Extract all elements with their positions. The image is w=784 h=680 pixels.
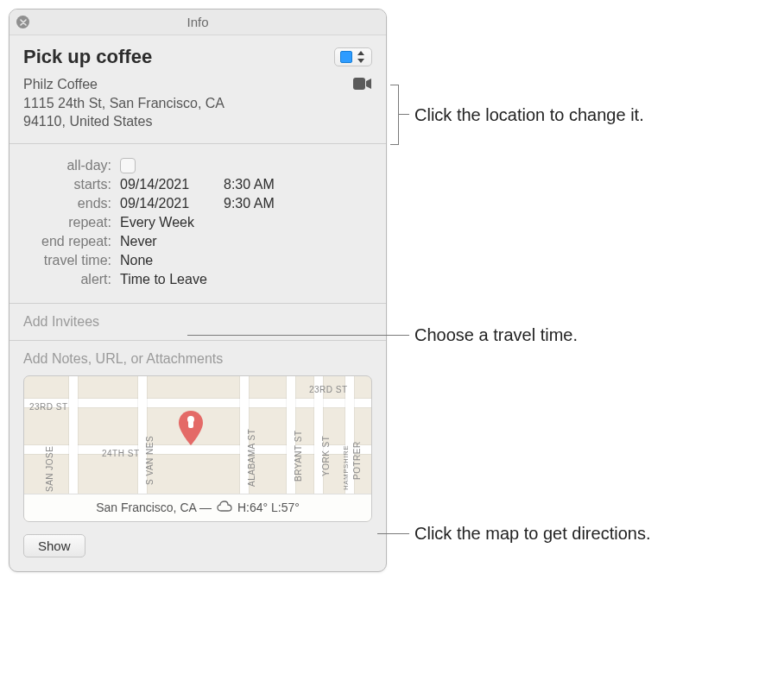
alert-value[interactable]: Time to Leave	[120, 272, 207, 287]
ends-time[interactable]: 9:30 AM	[224, 196, 301, 211]
map-weather: H:64° L:57°	[237, 501, 300, 514]
panel-footer: Show	[9, 522, 386, 571]
street-hampshire: HAMPSHIRE	[342, 445, 350, 490]
ends-label: ends:	[23, 196, 120, 211]
calendar-color-picker[interactable]	[334, 47, 372, 66]
show-button[interactable]: Show	[23, 534, 85, 557]
event-location[interactable]: Philz Coffee 1115 24th St, San Francisco…	[23, 75, 224, 131]
event-title[interactable]: Pick up coffee	[23, 46, 152, 68]
callout-line	[399, 114, 409, 115]
repeat-label: repeat:	[23, 215, 120, 230]
cloud-icon	[217, 501, 232, 515]
street-potrer: POTRER	[352, 441, 362, 480]
street-alabama: ALABAMA ST	[247, 429, 256, 487]
add-notes-field[interactable]: Add Notes, URL, or Attachments	[23, 351, 372, 367]
event-info-panel: Info Pick up coffee Philz Coffee 1115 24…	[9, 9, 387, 572]
repeat-value[interactable]: Every Week	[120, 215, 194, 230]
street-23rd-r: 23RD ST	[309, 385, 348, 394]
endrepeat-label: end repeat:	[23, 234, 120, 249]
location-address2: 94110, United States	[23, 112, 224, 131]
street-sanjose: SAN JOSE	[45, 445, 54, 491]
add-video-call-button[interactable]	[353, 77, 372, 131]
callout-travel: Choose a travel time.	[414, 325, 578, 345]
traveltime-label: travel time:	[23, 253, 120, 268]
map-area: 23RD ST 23RD ST 24TH ST S VAN NES ALABAM…	[24, 376, 371, 494]
alert-label: alert:	[23, 272, 120, 287]
starts-time[interactable]: 8:30 AM	[224, 177, 301, 192]
callout-location: Click the location to change it.	[414, 105, 644, 125]
map-pin-icon	[178, 411, 204, 447]
allday-checkbox[interactable]	[120, 158, 136, 173]
endrepeat-value[interactable]: Never	[120, 234, 157, 249]
location-address1: 1115 24th St, San Francisco, CA	[23, 94, 224, 113]
callout-line	[187, 335, 409, 336]
map-city: San Francisco, CA —	[96, 501, 212, 514]
svg-point-2	[187, 416, 194, 423]
street-24th: 24TH ST	[102, 449, 140, 458]
allday-label: all-day:	[23, 158, 120, 173]
event-header: Pick up coffee Philz Coffee 1115 24th St…	[9, 35, 386, 144]
window-title: Info	[187, 15, 208, 29]
location-name: Philz Coffee	[23, 75, 224, 94]
ends-date[interactable]: 09/14/2021	[120, 196, 224, 211]
video-camera-icon	[353, 77, 372, 91]
svg-rect-0	[353, 78, 365, 90]
notes-section: Add Notes, URL, or Attachments 23RD ST 2…	[9, 341, 386, 522]
callout-line	[377, 533, 409, 534]
stepper-icon	[357, 51, 366, 63]
street-vanness: S VAN NES	[145, 436, 155, 485]
starts-label: starts:	[23, 177, 120, 192]
calendar-color-chip	[340, 51, 352, 63]
callout-map: Click the map to get directions.	[414, 524, 650, 544]
close-button[interactable]	[16, 16, 29, 28]
street-23rd: 23RD ST	[29, 402, 68, 412]
callout-bracket	[390, 85, 399, 145]
starts-date[interactable]: 09/14/2021	[120, 177, 224, 192]
traveltime-value[interactable]: None	[120, 253, 153, 268]
street-bryant: BRYANT ST	[294, 430, 303, 482]
titlebar: Info	[9, 9, 386, 35]
street-york: YORK ST	[321, 435, 331, 475]
event-map[interactable]: 23RD ST 23RD ST 24TH ST S VAN NES ALABAM…	[23, 375, 372, 522]
close-icon	[20, 19, 27, 26]
map-weather-footer: San Francisco, CA — H:64° L:57°	[24, 494, 371, 521]
event-details: all-day: starts: 09/14/2021 8:30 AM ends…	[9, 144, 386, 304]
